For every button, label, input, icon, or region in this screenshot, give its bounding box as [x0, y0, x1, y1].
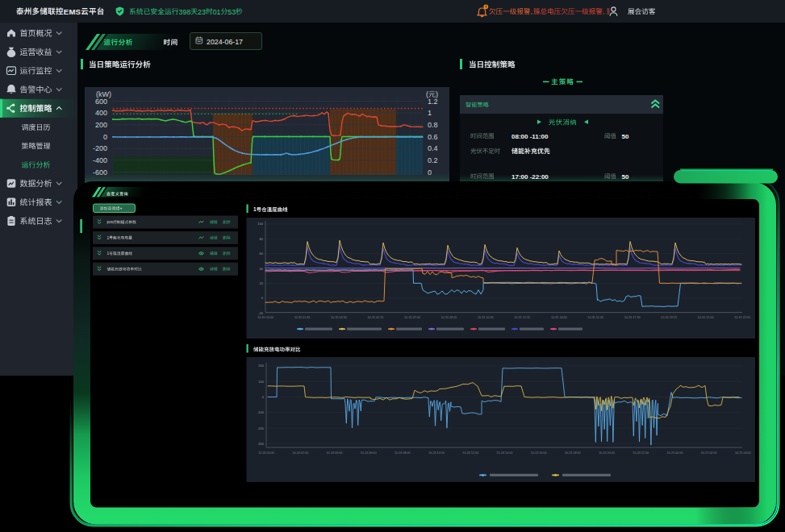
svg-text:600: 600 — [95, 98, 107, 106]
svg-text:10-31 22:45: 10-31 22:45 — [734, 316, 750, 319]
svg-text:10-24 06:00: 10-24 06:00 — [361, 451, 377, 455]
svg-text:398: 398 — [179, 8, 191, 16]
svg-text:20: 20 — [260, 281, 264, 285]
svg-text:10-24 16:00: 10-24 16:00 — [531, 451, 547, 455]
svg-text:10-31 15:45: 10-31 15:45 — [587, 316, 603, 319]
svg-text:10-24 00:00: 10-24 00:00 — [258, 451, 274, 455]
svg-text:50: 50 — [622, 133, 629, 140]
svg-text:80: 80 — [260, 237, 264, 241]
svg-text:-200: -200 — [93, 144, 107, 152]
svg-text:10-31 10:30: 10-31 10:30 — [478, 316, 494, 319]
svg-text:-300: -300 — [257, 442, 265, 446]
svg-text:-20: -20 — [258, 311, 264, 315]
svg-text:0.8: 0.8 — [428, 121, 438, 129]
svg-text:,: , — [531, 7, 532, 15]
svg-text:10-24 20:00: 10-24 20:00 — [599, 451, 615, 455]
svg-text:10-25 02:00: 10-25 02:00 — [701, 451, 717, 455]
svg-text:10-31 07:00: 10-31 07:00 — [404, 316, 420, 319]
svg-text:10-24 04:00: 10-24 04:00 — [327, 451, 343, 455]
svg-text:1: 1 — [107, 251, 110, 256]
svg-text:10-31 05:15: 10-31 05:15 — [368, 316, 384, 319]
svg-text:400: 400 — [95, 109, 107, 117]
svg-text:10-31 19:15: 10-31 19:15 — [661, 316, 677, 319]
svg-text:pcs: pcs — [107, 220, 114, 224]
svg-text:+: + — [120, 206, 123, 210]
svg-text:0.2: 0.2 — [428, 156, 438, 164]
svg-text:10-24 18:00: 10-24 18:00 — [565, 451, 581, 455]
svg-text:53: 53 — [228, 8, 236, 16]
svg-text:1.2: 1.2 — [428, 98, 438, 106]
svg-text:10-25 04:00: 10-25 04:00 — [735, 451, 751, 455]
svg-text:10-31 00:00: 10-31 00:00 — [257, 316, 273, 319]
svg-text:10-24 10:00: 10-24 10:00 — [428, 451, 445, 455]
svg-text:08:00 -11:00: 08:00 -11:00 — [512, 133, 549, 140]
svg-text:2024-06-17: 2024-06-17 — [207, 38, 243, 46]
svg-text:100: 100 — [258, 380, 264, 384]
svg-text:50: 50 — [622, 173, 629, 181]
svg-text:40: 40 — [260, 267, 264, 271]
svg-text:10-25 00:00: 10-25 00:00 — [667, 451, 683, 455]
svg-text:10-31 17:30: 10-31 17:30 — [624, 316, 641, 319]
svg-text:,: , — [603, 7, 604, 15]
svg-text:10-31 21:00: 10-31 21:00 — [698, 316, 714, 319]
svg-text:60: 60 — [260, 251, 264, 256]
svg-text:1: 1 — [253, 206, 257, 212]
svg-text:23: 23 — [198, 8, 206, 16]
svg-text:10-31 14:00: 10-31 14:00 — [551, 316, 567, 319]
svg-text:0: 0 — [103, 133, 107, 141]
svg-text:1: 1 — [107, 236, 110, 240]
svg-text:10-24 14:00: 10-24 14:00 — [497, 451, 513, 455]
svg-text:-200: -200 — [257, 426, 265, 430]
svg-text:0.4: 0.4 — [428, 144, 438, 152]
svg-text:200: 200 — [95, 121, 107, 129]
svg-text:10-31 01:45: 10-31 01:45 — [294, 316, 311, 319]
svg-text:10-31 08:45: 10-31 08:45 — [441, 316, 457, 319]
svg-text:01: 01 — [213, 8, 221, 16]
svg-text:-400: -400 — [93, 156, 107, 164]
svg-text:EMS: EMS — [64, 7, 81, 16]
svg-text:1: 1 — [428, 109, 432, 117]
svg-text:10-24 02:00: 10-24 02:00 — [292, 451, 308, 455]
svg-text:17:00 -22:00: 17:00 -22:00 — [512, 173, 549, 181]
svg-text:0.6: 0.6 — [428, 133, 438, 141]
svg-text:10-24 08:00: 10-24 08:00 — [395, 451, 411, 455]
svg-text:10-31 12:15: 10-31 12:15 — [514, 316, 530, 319]
svg-text:200: 200 — [258, 364, 264, 368]
svg-text:10-31 03:30: 10-31 03:30 — [331, 316, 347, 319]
svg-text:-100: -100 — [257, 410, 265, 414]
svg-text:100: 100 — [257, 222, 263, 226]
svg-text:10-24 22:00: 10-24 22:00 — [633, 451, 649, 455]
svg-text:10-24 12:00: 10-24 12:00 — [462, 451, 478, 455]
